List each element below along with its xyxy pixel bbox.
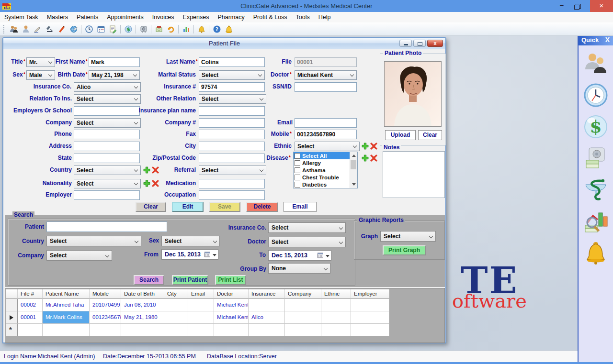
- company-select[interactable]: Select: [46, 250, 112, 261]
- cell-file[interactable]: 00002: [18, 299, 43, 311]
- toolbar-payments-icon[interactable]: $: [122, 23, 134, 34]
- cell-company[interactable]: [285, 311, 321, 324]
- cell-empty[interactable]: [285, 324, 321, 336]
- toolbar-reports-icon[interactable]: [180, 23, 192, 34]
- scroll-down-icon[interactable]: [352, 183, 356, 186]
- insurance-co-select[interactable]: Alico: [74, 82, 141, 92]
- cell-empty[interactable]: [321, 324, 351, 336]
- phone-input[interactable]: [74, 130, 140, 139]
- occupation-input[interactable]: [199, 190, 265, 200]
- cell-empty[interactable]: [351, 324, 389, 336]
- column-header-city[interactable]: City: [164, 289, 188, 299]
- nationality-select[interactable]: Select: [74, 179, 141, 188]
- add-icon[interactable]: [143, 166, 150, 174]
- cell-empty[interactable]: [249, 324, 285, 336]
- insurance-plan-input[interactable]: [199, 106, 265, 116]
- print-graph-button[interactable]: Print Graph: [383, 245, 426, 255]
- notes-textarea[interactable]: [383, 151, 445, 198]
- cell-employer[interactable]: [351, 299, 389, 311]
- menu-patients[interactable]: Patients: [72, 12, 102, 22]
- doctor-select[interactable]: Select: [268, 237, 346, 247]
- menu-pharmacy[interactable]: Pharmacy: [213, 12, 249, 22]
- menu-invoices[interactable]: Invoices: [148, 12, 179, 22]
- relation-to-ins-select[interactable]: Select: [74, 94, 141, 104]
- employer-input[interactable]: [74, 190, 140, 200]
- print-list-button[interactable]: Print List: [215, 275, 246, 285]
- cell-employer[interactable]: [351, 311, 389, 324]
- new-row-selector[interactable]: *: [6, 324, 18, 336]
- cell-name[interactable]: Mr.Mark Colins: [43, 311, 90, 324]
- delete-icon[interactable]: [152, 180, 159, 187]
- checkbox[interactable]: [295, 182, 300, 188]
- window-close-button[interactable]: x: [427, 40, 443, 47]
- company-select[interactable]: Select: [74, 118, 141, 128]
- disease-option-select-all[interactable]: Select All: [294, 152, 357, 159]
- clear-button[interactable]: Clear: [136, 202, 166, 212]
- cell-ethnic[interactable]: [321, 311, 351, 324]
- window-minimize-button[interactable]: [399, 40, 412, 47]
- scroll-thumb[interactable]: [351, 160, 356, 169]
- cell-dob[interactable]: May 21, 1980: [121, 311, 164, 324]
- save-button[interactable]: Save: [209, 202, 240, 212]
- quick-payments-icon[interactable]: $: [582, 112, 610, 141]
- menu-help[interactable]: Help: [314, 12, 335, 22]
- toolbar-safe-icon[interactable]: [137, 23, 149, 34]
- email-input[interactable]: [295, 118, 357, 128]
- email-button[interactable]: Email: [284, 202, 317, 212]
- city-input[interactable]: [199, 142, 265, 151]
- scroll-up-icon[interactable]: [352, 154, 356, 157]
- toolbar-appointments-icon[interactable]: [83, 23, 95, 34]
- column-header-company[interactable]: Company: [285, 289, 321, 299]
- cell-empty[interactable]: [121, 324, 164, 336]
- checkbox[interactable]: [295, 153, 300, 159]
- close-button[interactable]: ×: [590, 0, 613, 12]
- cell-city[interactable]: [164, 311, 188, 324]
- marital-status-select[interactable]: Select: [199, 70, 265, 80]
- ethnic-select[interactable]: Select: [295, 142, 360, 151]
- insurance-co-select[interactable]: Select: [268, 222, 346, 233]
- delete-icon[interactable]: [152, 166, 159, 174]
- delete-button[interactable]: Delete: [246, 202, 278, 212]
- title-select[interactable]: Mr.: [26, 57, 55, 67]
- address-input[interactable]: [74, 142, 140, 151]
- cell-empty[interactable]: [164, 324, 188, 336]
- referral-select[interactable]: Select: [199, 165, 266, 175]
- column-header-file[interactable]: File #: [18, 289, 43, 299]
- window-restore-button[interactable]: [413, 40, 426, 47]
- toolbar-reminder-icon[interactable]: [223, 23, 235, 34]
- toolbar-alarm-icon[interactable]: [195, 23, 207, 34]
- column-header-mobile[interactable]: Mobile: [90, 289, 121, 299]
- row-selector[interactable]: [6, 311, 18, 324]
- column-header-insurance[interactable]: Insurance: [249, 289, 285, 299]
- add-icon[interactable]: [362, 143, 369, 150]
- cell-email[interactable]: [188, 299, 214, 311]
- menu-appointments[interactable]: Appointments: [102, 12, 148, 22]
- column-header-date-of-birth[interactable]: Date of Birth: [121, 289, 164, 299]
- print-patient-button[interactable]: Print Patient: [172, 275, 208, 285]
- quick-patients-icon[interactable]: [582, 49, 610, 78]
- quick-pharmacy-icon[interactable]: [582, 176, 610, 204]
- add-icon[interactable]: [362, 154, 369, 162]
- cell-insurance[interactable]: Alico: [249, 311, 285, 324]
- delete-icon[interactable]: [370, 154, 377, 162]
- cell-company[interactable]: [285, 299, 321, 311]
- ssn-input[interactable]: [295, 82, 357, 92]
- photo-clear-button[interactable]: Clear: [418, 130, 442, 140]
- column-header-doctor[interactable]: Doctor: [214, 289, 249, 299]
- cell-city[interactable]: [164, 299, 188, 311]
- quick-appointments-icon[interactable]: [582, 81, 610, 110]
- to-datepicker[interactable]: Dec 15, 2013: [268, 250, 331, 261]
- edit-button[interactable]: Edit: [172, 202, 204, 212]
- first-name-input[interactable]: Mark: [89, 57, 140, 67]
- row-selector[interactable]: [6, 299, 18, 311]
- patient-input[interactable]: [46, 221, 167, 232]
- menu-masters[interactable]: Masters: [43, 12, 72, 22]
- toolbar-patient-icon[interactable]: [20, 23, 32, 34]
- search-button[interactable]: Search: [134, 275, 164, 285]
- group-by-select[interactable]: None: [268, 263, 330, 274]
- employers-or-school-input[interactable]: [74, 106, 140, 116]
- cell-doctor[interactable]: Michael Kent: [214, 311, 249, 324]
- column-header-patient-name[interactable]: Patient Name: [43, 289, 90, 299]
- cell-empty[interactable]: [43, 324, 90, 336]
- cell-file[interactable]: 00001: [18, 311, 43, 324]
